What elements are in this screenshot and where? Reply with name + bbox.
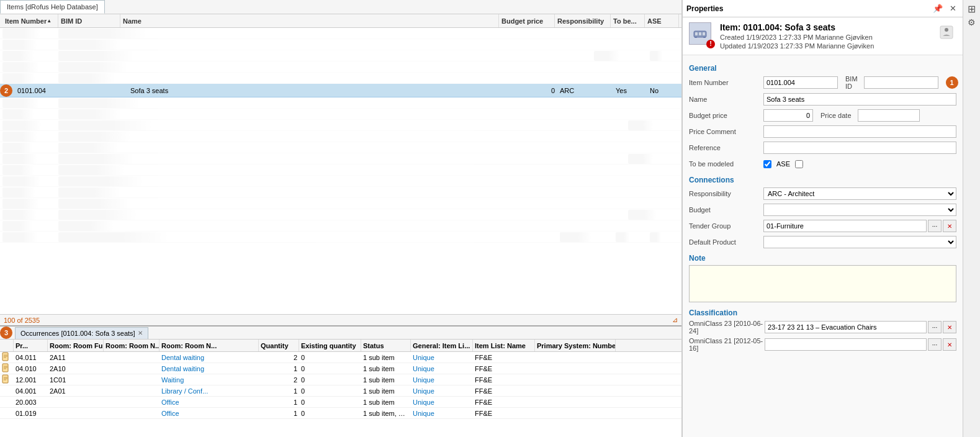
- omniclass23-browse[interactable]: ···: [928, 321, 942, 333]
- budget-select[interactable]: [763, 204, 956, 216]
- occ-row[interactable]: 04.001 2A01 Library / Conf... 1 0 1 sub …: [0, 385, 681, 397]
- occ-row[interactable]: 04.010 2A10 Dental waiting 1 0 1 sub ite…: [0, 363, 681, 374]
- toolbar-settings-icon[interactable]: ⚙: [966, 16, 978, 29]
- table-row[interactable]: [0, 97, 681, 109]
- omniclass21-input[interactable]: [765, 338, 927, 351]
- to-be-modeled-field: ASE: [763, 160, 956, 168]
- omniclass23-input[interactable]: [765, 321, 927, 333]
- selected-table-row[interactable]: 0101.004 Sofa 3 seats 0 ARC Yes No: [15, 85, 681, 96]
- budget-label: Budget: [689, 206, 763, 214]
- occ-col-status[interactable]: Status: [361, 340, 411, 351]
- col-item-number[interactable]: Item Number: [2, 14, 58, 27]
- col-to-be[interactable]: To be...: [611, 14, 645, 27]
- tender-group-label: Tender Group: [689, 222, 763, 230]
- tender-group-browse[interactable]: ···: [928, 220, 942, 232]
- occ-row[interactable]: 04.011 2A11 Dental waiting 2 0 1 sub ite…: [0, 352, 681, 363]
- item-number-input[interactable]: [763, 76, 838, 89]
- items-tab[interactable]: Items [dRofus Help Database]: [0, 0, 105, 14]
- items-table-header: Item Number BIM ID Name Budget price Res…: [0, 14, 681, 28]
- table-row[interactable]: [0, 198, 681, 209]
- table-row[interactable]: [0, 164, 681, 176]
- col-name[interactable]: Name: [120, 14, 499, 27]
- omniclass23-label: OmniClass 23 [2010-06-24]: [689, 320, 763, 335]
- name-input[interactable]: [763, 93, 956, 106]
- table-row[interactable]: [0, 142, 681, 153]
- tender-group-clear[interactable]: ✕: [943, 220, 956, 232]
- item-badge: !: [706, 40, 715, 48]
- ase-label: ASE: [776, 160, 790, 168]
- occ-col-qty[interactable]: Quantity: [259, 340, 299, 351]
- toolbar-layout-icon[interactable]: ⊞: [966, 2, 978, 15]
- col-ase[interactable]: ASE: [645, 14, 679, 27]
- to-be-modeled-checkbox[interactable]: [763, 160, 771, 168]
- status-count: 100 of 2535: [4, 317, 40, 324]
- svg-rect-0: [2, 353, 8, 361]
- budget-price-label: Budget price: [689, 112, 763, 119]
- status-bar: 100 of 2535 ⊿: [0, 314, 681, 325]
- occ-row[interactable]: 01.019 Office 1 0 1 sub item, Co... Uniq…: [0, 408, 681, 419]
- occ-col-exist[interactable]: Existing quantity: [299, 340, 361, 351]
- table-row[interactable]: [0, 73, 681, 84]
- item-created: Created 1/19/2023 1:27:33 PM Marianne Gj…: [720, 34, 930, 41]
- col-bim-id[interactable]: BIM ID: [58, 14, 120, 27]
- price-date-input[interactable]: [858, 109, 920, 122]
- occ-col-item-li[interactable]: General: Item Li...: [411, 340, 473, 351]
- pin-icon[interactable]: 📌: [932, 2, 944, 15]
- col-budget-price[interactable]: Budget price: [499, 14, 555, 27]
- resize-handle[interactable]: ⊿: [672, 316, 678, 324]
- default-product-select[interactable]: [763, 236, 956, 248]
- svg-text:!: !: [709, 41, 712, 47]
- occurrences-tab[interactable]: Occurrences [0101.004: Sofa 3 seats] ✕: [15, 327, 148, 339]
- table-row[interactable]: [0, 109, 681, 120]
- responsibility-label: Responsibility: [689, 190, 763, 197]
- svg-rect-16: [695, 37, 697, 38]
- ase-checkbox[interactable]: [795, 160, 803, 168]
- table-row[interactable]: [0, 209, 681, 220]
- item-header: ! Item: 0101.004: Sofa 3 seats Created 1…: [683, 17, 963, 55]
- close-icon[interactable]: ✕: [946, 2, 959, 15]
- table-row[interactable]: [0, 28, 681, 39]
- right-panel: Properties 📌 ✕ ! Item: 010: [682, 0, 980, 437]
- occ-col-room-na[interactable]: Room: Room N...: [160, 340, 259, 351]
- omniclass21-browse[interactable]: ···: [928, 338, 942, 351]
- occ-col-room-fu[interactable]: Room: Room Fu...: [48, 340, 104, 351]
- table-row[interactable]: [0, 153, 681, 164]
- table-row[interactable]: [0, 220, 681, 232]
- table-row[interactable]: [0, 232, 681, 243]
- table-row[interactable]: [0, 61, 681, 73]
- price-comment-input[interactable]: [763, 125, 956, 138]
- table-row[interactable]: [0, 50, 681, 61]
- tender-group-input[interactable]: [763, 220, 927, 232]
- occurrences-tab-close[interactable]: ✕: [138, 330, 143, 336]
- note-textarea[interactable]: [689, 265, 956, 302]
- occ-icon: [0, 363, 14, 374]
- edit-icon[interactable]: [937, 22, 956, 42]
- occ-row[interactable]: 20.003 Office 1 0 1 sub item Unique FF&E: [0, 397, 681, 408]
- reference-field: [763, 142, 956, 154]
- bim-id-label: BIM ID: [845, 75, 858, 90]
- table-row[interactable]: [0, 39, 681, 50]
- bim-id-input[interactable]: [864, 76, 938, 89]
- col-responsibility[interactable]: Responsibility: [555, 14, 611, 27]
- occurrences-badge: 3: [0, 327, 12, 339]
- occ-col-primary[interactable]: Primary System: Number: [535, 340, 616, 351]
- table-row[interactable]: [0, 131, 681, 142]
- omniclass21-clear[interactable]: ✕: [943, 338, 956, 351]
- budget-price-input[interactable]: [763, 109, 813, 122]
- occ-col-pr[interactable]: Pr...: [14, 340, 48, 351]
- occ-row[interactable]: 12.001 1C01 Waiting 2 0 1 sub item Uniqu…: [0, 374, 681, 385]
- omniclass21-label: OmniClass 21 [2012-05-16]: [689, 337, 763, 352]
- items-table-body[interactable]: 2 0101.004 Sofa 3 seats 0 ARC Yes No: [0, 28, 681, 314]
- responsibility-select[interactable]: ARC - Architect: [763, 187, 956, 200]
- table-row[interactable]: [0, 176, 681, 187]
- occurrences-body[interactable]: 04.011 2A11 Dental waiting 2 0 1 sub ite…: [0, 352, 681, 437]
- svg-rect-17: [703, 37, 706, 38]
- occ-col-item-na[interactable]: Item List: Name: [473, 340, 535, 351]
- table-row[interactable]: [0, 187, 681, 198]
- omniclass23-clear[interactable]: ✕: [943, 321, 956, 333]
- name-label: Name: [689, 96, 763, 103]
- occ-col-room-nu[interactable]: Room: Room N...: [104, 340, 160, 351]
- reference-input[interactable]: [763, 142, 956, 154]
- table-row[interactable]: [0, 120, 681, 131]
- occ-col-icon: [0, 340, 14, 351]
